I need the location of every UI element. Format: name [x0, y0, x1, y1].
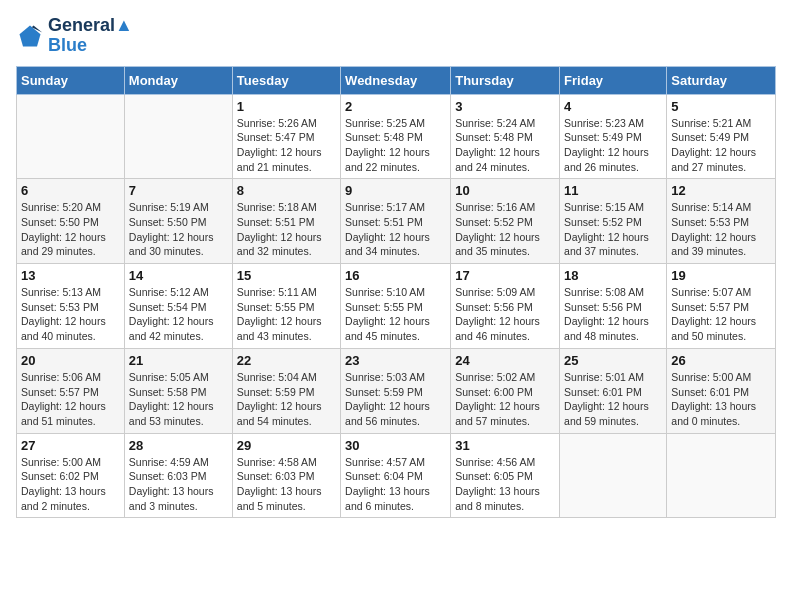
day-number: 15: [237, 268, 336, 283]
weekday-header-friday: Friday: [560, 66, 667, 94]
logo-icon: [16, 22, 44, 50]
day-detail: Sunrise: 5:15 AM Sunset: 5:52 PM Dayligh…: [564, 200, 662, 259]
calendar-table: SundayMondayTuesdayWednesdayThursdayFrid…: [16, 66, 776, 519]
day-number: 2: [345, 99, 446, 114]
day-detail: Sunrise: 5:04 AM Sunset: 5:59 PM Dayligh…: [237, 370, 336, 429]
calendar-cell: 5Sunrise: 5:21 AM Sunset: 5:49 PM Daylig…: [667, 94, 776, 179]
calendar-cell: 27Sunrise: 5:00 AM Sunset: 6:02 PM Dayli…: [17, 433, 125, 518]
day-detail: Sunrise: 5:01 AM Sunset: 6:01 PM Dayligh…: [564, 370, 662, 429]
day-number: 19: [671, 268, 771, 283]
day-detail: Sunrise: 5:07 AM Sunset: 5:57 PM Dayligh…: [671, 285, 771, 344]
day-number: 21: [129, 353, 228, 368]
calendar-cell: 13Sunrise: 5:13 AM Sunset: 5:53 PM Dayli…: [17, 264, 125, 349]
day-detail: Sunrise: 5:14 AM Sunset: 5:53 PM Dayligh…: [671, 200, 771, 259]
calendar-cell: 31Sunrise: 4:56 AM Sunset: 6:05 PM Dayli…: [451, 433, 560, 518]
day-number: 20: [21, 353, 120, 368]
day-detail: Sunrise: 4:59 AM Sunset: 6:03 PM Dayligh…: [129, 455, 228, 514]
weekday-header-wednesday: Wednesday: [341, 66, 451, 94]
day-number: 22: [237, 353, 336, 368]
day-detail: Sunrise: 5:16 AM Sunset: 5:52 PM Dayligh…: [455, 200, 555, 259]
calendar-cell: 2Sunrise: 5:25 AM Sunset: 5:48 PM Daylig…: [341, 94, 451, 179]
day-number: 29: [237, 438, 336, 453]
day-detail: Sunrise: 5:25 AM Sunset: 5:48 PM Dayligh…: [345, 116, 446, 175]
day-number: 12: [671, 183, 771, 198]
day-detail: Sunrise: 5:20 AM Sunset: 5:50 PM Dayligh…: [21, 200, 120, 259]
calendar-cell: 14Sunrise: 5:12 AM Sunset: 5:54 PM Dayli…: [124, 264, 232, 349]
calendar-cell: 6Sunrise: 5:20 AM Sunset: 5:50 PM Daylig…: [17, 179, 125, 264]
day-detail: Sunrise: 5:23 AM Sunset: 5:49 PM Dayligh…: [564, 116, 662, 175]
calendar-cell: 9Sunrise: 5:17 AM Sunset: 5:51 PM Daylig…: [341, 179, 451, 264]
day-number: 9: [345, 183, 446, 198]
calendar-cell: 25Sunrise: 5:01 AM Sunset: 6:01 PM Dayli…: [560, 348, 667, 433]
day-number: 13: [21, 268, 120, 283]
day-number: 24: [455, 353, 555, 368]
day-number: 1: [237, 99, 336, 114]
day-detail: Sunrise: 5:10 AM Sunset: 5:55 PM Dayligh…: [345, 285, 446, 344]
day-detail: Sunrise: 5:02 AM Sunset: 6:00 PM Dayligh…: [455, 370, 555, 429]
day-detail: Sunrise: 5:03 AM Sunset: 5:59 PM Dayligh…: [345, 370, 446, 429]
weekday-header-thursday: Thursday: [451, 66, 560, 94]
calendar-cell: 12Sunrise: 5:14 AM Sunset: 5:53 PM Dayli…: [667, 179, 776, 264]
calendar-cell: 4Sunrise: 5:23 AM Sunset: 5:49 PM Daylig…: [560, 94, 667, 179]
day-number: 3: [455, 99, 555, 114]
calendar-cell: [560, 433, 667, 518]
day-detail: Sunrise: 4:57 AM Sunset: 6:04 PM Dayligh…: [345, 455, 446, 514]
calendar-cell: 10Sunrise: 5:16 AM Sunset: 5:52 PM Dayli…: [451, 179, 560, 264]
calendar-cell: [17, 94, 125, 179]
weekday-header-monday: Monday: [124, 66, 232, 94]
day-detail: Sunrise: 5:00 AM Sunset: 6:02 PM Dayligh…: [21, 455, 120, 514]
day-detail: Sunrise: 5:12 AM Sunset: 5:54 PM Dayligh…: [129, 285, 228, 344]
day-detail: Sunrise: 5:11 AM Sunset: 5:55 PM Dayligh…: [237, 285, 336, 344]
day-number: 17: [455, 268, 555, 283]
calendar-cell: 16Sunrise: 5:10 AM Sunset: 5:55 PM Dayli…: [341, 264, 451, 349]
day-detail: Sunrise: 5:09 AM Sunset: 5:56 PM Dayligh…: [455, 285, 555, 344]
logo-text: General▲ Blue: [48, 16, 133, 56]
day-number: 14: [129, 268, 228, 283]
day-number: 4: [564, 99, 662, 114]
calendar-cell: 15Sunrise: 5:11 AM Sunset: 5:55 PM Dayli…: [232, 264, 340, 349]
page-header: General▲ Blue: [16, 16, 776, 56]
weekday-header-saturday: Saturday: [667, 66, 776, 94]
day-number: 28: [129, 438, 228, 453]
day-detail: Sunrise: 4:58 AM Sunset: 6:03 PM Dayligh…: [237, 455, 336, 514]
day-detail: Sunrise: 4:56 AM Sunset: 6:05 PM Dayligh…: [455, 455, 555, 514]
weekday-header-sunday: Sunday: [17, 66, 125, 94]
calendar-cell: 18Sunrise: 5:08 AM Sunset: 5:56 PM Dayli…: [560, 264, 667, 349]
calendar-cell: 17Sunrise: 5:09 AM Sunset: 5:56 PM Dayli…: [451, 264, 560, 349]
calendar-cell: 20Sunrise: 5:06 AM Sunset: 5:57 PM Dayli…: [17, 348, 125, 433]
day-detail: Sunrise: 5:21 AM Sunset: 5:49 PM Dayligh…: [671, 116, 771, 175]
calendar-cell: 30Sunrise: 4:57 AM Sunset: 6:04 PM Dayli…: [341, 433, 451, 518]
calendar-cell: 21Sunrise: 5:05 AM Sunset: 5:58 PM Dayli…: [124, 348, 232, 433]
calendar-cell: 26Sunrise: 5:00 AM Sunset: 6:01 PM Dayli…: [667, 348, 776, 433]
day-number: 31: [455, 438, 555, 453]
day-detail: Sunrise: 5:05 AM Sunset: 5:58 PM Dayligh…: [129, 370, 228, 429]
calendar-cell: 24Sunrise: 5:02 AM Sunset: 6:00 PM Dayli…: [451, 348, 560, 433]
day-detail: Sunrise: 5:24 AM Sunset: 5:48 PM Dayligh…: [455, 116, 555, 175]
logo: General▲ Blue: [16, 16, 133, 56]
day-number: 27: [21, 438, 120, 453]
calendar-cell: 19Sunrise: 5:07 AM Sunset: 5:57 PM Dayli…: [667, 264, 776, 349]
day-number: 11: [564, 183, 662, 198]
day-number: 10: [455, 183, 555, 198]
day-detail: Sunrise: 5:08 AM Sunset: 5:56 PM Dayligh…: [564, 285, 662, 344]
day-detail: Sunrise: 5:17 AM Sunset: 5:51 PM Dayligh…: [345, 200, 446, 259]
calendar-cell: 1Sunrise: 5:26 AM Sunset: 5:47 PM Daylig…: [232, 94, 340, 179]
day-detail: Sunrise: 5:19 AM Sunset: 5:50 PM Dayligh…: [129, 200, 228, 259]
calendar-cell: 3Sunrise: 5:24 AM Sunset: 5:48 PM Daylig…: [451, 94, 560, 179]
day-number: 23: [345, 353, 446, 368]
calendar-cell: 22Sunrise: 5:04 AM Sunset: 5:59 PM Dayli…: [232, 348, 340, 433]
calendar-cell: [667, 433, 776, 518]
day-number: 30: [345, 438, 446, 453]
calendar-cell: 23Sunrise: 5:03 AM Sunset: 5:59 PM Dayli…: [341, 348, 451, 433]
day-number: 5: [671, 99, 771, 114]
day-number: 18: [564, 268, 662, 283]
day-detail: Sunrise: 5:00 AM Sunset: 6:01 PM Dayligh…: [671, 370, 771, 429]
day-detail: Sunrise: 5:06 AM Sunset: 5:57 PM Dayligh…: [21, 370, 120, 429]
calendar-cell: 7Sunrise: 5:19 AM Sunset: 5:50 PM Daylig…: [124, 179, 232, 264]
day-number: 8: [237, 183, 336, 198]
calendar-cell: 29Sunrise: 4:58 AM Sunset: 6:03 PM Dayli…: [232, 433, 340, 518]
day-number: 7: [129, 183, 228, 198]
calendar-cell: 8Sunrise: 5:18 AM Sunset: 5:51 PM Daylig…: [232, 179, 340, 264]
day-number: 16: [345, 268, 446, 283]
day-number: 25: [564, 353, 662, 368]
